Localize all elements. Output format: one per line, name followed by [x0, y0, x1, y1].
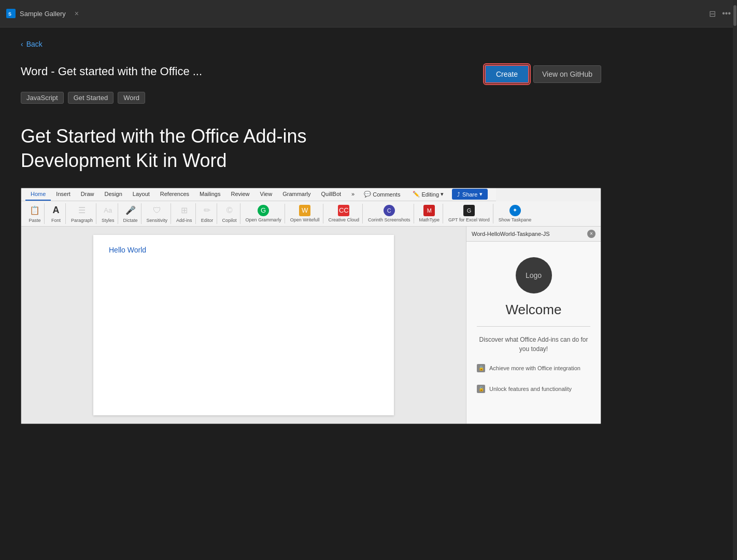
- editing-button[interactable]: ✏️ Editing ▾: [408, 189, 448, 200]
- editing-label: Editing: [421, 191, 439, 198]
- create-button[interactable]: Create: [485, 65, 529, 83]
- tags-row: JavaScript Get Started Word: [21, 92, 601, 104]
- more-actions-icon[interactable]: •••: [722, 9, 731, 18]
- corinth-icon: C: [384, 205, 395, 216]
- logo-label: Logo: [526, 271, 542, 279]
- section-title: Get Started with the Office Add-ins Deve…: [21, 124, 601, 173]
- dictate-label: Dictate: [123, 218, 138, 223]
- writefull-icon: W: [299, 205, 310, 216]
- ribbon-group-editor[interactable]: ✏ Editor: [198, 203, 217, 224]
- back-button[interactable]: ‹ Back: [21, 40, 42, 48]
- scrollbar[interactable]: [733, 0, 737, 560]
- paste-icon: 📋: [29, 204, 41, 217]
- taskpane-icon: ✦: [509, 205, 521, 216]
- ribbon-group-paste[interactable]: 📋 Paste: [25, 203, 45, 224]
- share-icon: ⤴: [457, 191, 460, 198]
- ribbon-group-dictate[interactable]: 🎤 Dictate: [120, 203, 141, 224]
- word-body: Hello World Word-HelloWorld-Taskpane-JS …: [21, 227, 601, 424]
- ribbon-group-grammarly[interactable]: G Open Grammarly: [243, 204, 285, 223]
- grammarly-icon: G: [258, 205, 269, 216]
- scrollbar-thumb[interactable]: [733, 5, 736, 26]
- ribbon-group-writefull[interactable]: W Open Writefull: [287, 204, 323, 223]
- tab-view[interactable]: View: [255, 188, 278, 201]
- mathtype-icon: M: [423, 205, 435, 216]
- main-content: ‹ Back Word - Get started with the Offic…: [0, 27, 622, 437]
- ribbon-group-copilot[interactable]: © Copilot: [219, 203, 240, 224]
- gpt-icon: G: [463, 205, 475, 216]
- styles-label: Styles: [102, 218, 115, 223]
- ribbon-group-corinth[interactable]: C Corinth Screenshots: [365, 204, 414, 223]
- app-icon: S: [6, 9, 16, 18]
- ribbon-tabs-row: Home Insert Draw Design Layout Reference…: [21, 188, 601, 201]
- feature-1-text: Achieve more with Office integration: [489, 365, 580, 371]
- ribbon-group-sensitivity[interactable]: 🛡 Sensitivity: [144, 203, 172, 224]
- share-label: Share: [462, 191, 477, 198]
- app-title: Sample Gallery: [20, 10, 66, 18]
- paragraph-icon: ☰: [76, 204, 88, 217]
- paragraph-label: Paragraph: [71, 218, 93, 223]
- paste-label: Paste: [29, 218, 40, 223]
- taskpane-description: Discover what Office Add-ins can do for …: [477, 335, 590, 354]
- title-bar-controls: ⊟ •••: [709, 9, 731, 19]
- tag-get-started[interactable]: Get Started: [68, 92, 114, 104]
- sensitivity-icon: 🛡: [151, 204, 163, 217]
- word-screenshot: Home Insert Draw Design Layout Reference…: [21, 188, 601, 424]
- dictate-icon: 🎤: [124, 204, 137, 217]
- writefull-label: Open Writefull: [290, 217, 320, 222]
- comments-button[interactable]: 💬 Comments: [360, 189, 404, 200]
- comment-icon: 💬: [364, 191, 371, 198]
- chevron-left-icon: ‹: [21, 40, 23, 48]
- tab-draw[interactable]: Draw: [76, 188, 100, 201]
- page-title: Word - Get started with the Office ...: [21, 65, 474, 78]
- styles-icon: Aa: [102, 204, 114, 217]
- tab-quillbot[interactable]: QuillBot: [316, 188, 347, 201]
- tab-more[interactable]: »: [346, 188, 360, 201]
- ribbon-icons-row: 📋 Paste A Font ☰ Paragraph Aa Styles 🎤 D…: [21, 201, 601, 227]
- tab-design[interactable]: Design: [100, 188, 127, 201]
- creative-cloud-label: Creative Cloud: [329, 217, 360, 222]
- tag-word[interactable]: Word: [118, 92, 145, 104]
- tab-home[interactable]: Home: [25, 188, 51, 201]
- tab-references[interactable]: References: [155, 188, 194, 201]
- taskpane-label: Show Taskpane: [499, 217, 531, 222]
- share-dropdown-icon: ▾: [479, 191, 483, 198]
- tab-mailings[interactable]: Mailings: [194, 188, 225, 201]
- taskpane-header: Word-HelloWorld-Taskpane-JS ×: [466, 227, 601, 242]
- word-doc-area: Hello World: [21, 227, 466, 424]
- ribbon-group-taskpane[interactable]: ✦ Show Taskpane: [495, 204, 534, 223]
- tab-layout[interactable]: Layout: [127, 188, 155, 201]
- ribbon-group-paragraph[interactable]: ☰ Paragraph: [68, 203, 96, 224]
- taskpane-close-button[interactable]: ×: [587, 230, 596, 238]
- tab-insert[interactable]: Insert: [51, 188, 76, 201]
- title-bar: S Sample Gallery × ⊟ •••: [0, 0, 737, 27]
- lock-icon: 🔒: [477, 364, 485, 372]
- close-tab-button[interactable]: ×: [72, 9, 81, 18]
- ribbon-group-styles[interactable]: Aa Styles: [98, 203, 118, 224]
- tab-grammarly[interactable]: Grammarly: [277, 188, 316, 201]
- header-row: Word - Get started with the Office ... C…: [21, 65, 601, 83]
- header-actions: Create View on GitHub: [485, 65, 601, 83]
- ribbon-group-mathtype[interactable]: M MathType: [416, 204, 444, 223]
- taskpane-feature-2: 🔓 Unlock features and functionality: [477, 383, 590, 395]
- word-page: Hello World: [93, 235, 394, 415]
- hello-world-text: Hello World: [109, 246, 146, 254]
- tab-review[interactable]: Review: [225, 188, 254, 201]
- grammarly-label: Open Grammarly: [246, 217, 281, 222]
- ribbon-group-creative-cloud[interactable]: CC Creative Cloud: [325, 204, 363, 223]
- unlock-icon: 🔓: [477, 385, 485, 393]
- ribbon-group-gpt[interactable]: G GPT for Excel Word: [445, 204, 493, 223]
- ribbon-group-addins[interactable]: ⊞ Add-ins: [173, 203, 196, 224]
- taskpane-feature-1: 🔒 Achieve more with Office integration: [477, 362, 590, 374]
- ribbon-group-font[interactable]: A Font: [47, 203, 66, 224]
- addins-icon: ⊞: [178, 204, 190, 217]
- taskpane-welcome: Welcome: [506, 302, 562, 318]
- taskpane-logo: Logo: [516, 257, 552, 293]
- mathtype-label: MathType: [419, 217, 440, 222]
- taskpane-divider: [477, 326, 590, 327]
- font-icon: A: [50, 204, 62, 217]
- split-editor-icon[interactable]: ⊟: [709, 9, 716, 19]
- view-on-github-button[interactable]: View on GitHub: [533, 65, 601, 83]
- font-label: Font: [51, 218, 61, 223]
- share-button[interactable]: ⤴ Share ▾: [452, 189, 488, 200]
- tag-javascript[interactable]: JavaScript: [21, 92, 64, 104]
